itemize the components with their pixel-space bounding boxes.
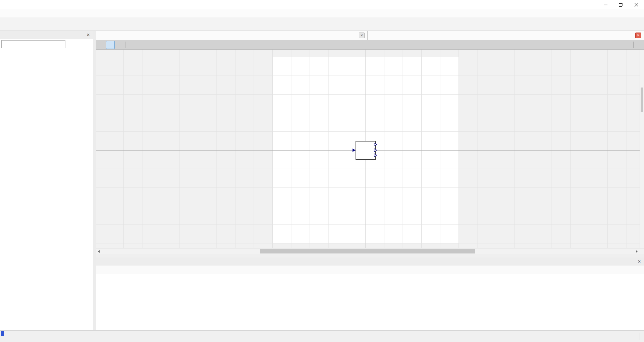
horizontal-scrollbar-thumb[interactable] — [260, 249, 475, 253]
titlebar — [0, 0, 644, 9]
restore-button[interactable] — [613, 0, 629, 9]
scroll-left-icon[interactable] — [96, 248, 102, 254]
close-button[interactable] — [629, 0, 644, 9]
horizontal-scrollbar[interactable] — [96, 248, 644, 254]
close-panel-icon[interactable]: ✕ — [86, 32, 91, 38]
view-mode-button[interactable] — [137, 41, 143, 49]
libraries-browser-panel: ✕ — [0, 31, 93, 330]
output-port-1-icon[interactable] — [374, 142, 378, 147]
app-logo-icon — [3, 1, 9, 8]
separator — [633, 42, 634, 48]
main-area: ✕ ✕ — [0, 31, 644, 330]
separator — [125, 42, 125, 48]
float-messages-icon[interactable] — [629, 259, 634, 264]
messages-tabs — [96, 266, 644, 274]
vertical-scrollbar-thumb[interactable] — [641, 88, 643, 112]
libraries-browser-header: ✕ — [0, 31, 93, 39]
messages-browser-panel: ✕ — [96, 258, 644, 330]
statusbar — [0, 330, 644, 342]
separator — [640, 333, 640, 340]
collapse-all-icon[interactable] — [67, 41, 74, 48]
window-controls — [598, 0, 644, 9]
tab-model[interactable]: ✕ — [96, 31, 368, 40]
input-port-icon[interactable] — [352, 148, 356, 152]
workspace: ✕ ✕ — [96, 31, 644, 330]
menubar — [0, 9, 644, 17]
tab-root[interactable]: ✕ — [368, 31, 644, 40]
text-view-button[interactable] — [115, 41, 123, 49]
minimize-button[interactable] — [598, 0, 613, 9]
close-messages-icon[interactable]: ✕ — [637, 259, 642, 264]
canvas-wrap — [96, 50, 644, 248]
float-panel-icon[interactable] — [77, 32, 83, 38]
component-dualmassoscillator[interactable] — [356, 141, 376, 160]
separator — [135, 42, 135, 48]
vertical-scrollbar[interactable] — [640, 50, 644, 248]
lock-open-icon[interactable] — [635, 42, 642, 48]
diagram-canvas[interactable] — [96, 50, 640, 248]
mdi-tabbar: ✕ ✕ — [96, 31, 644, 40]
icon-view-button[interactable] — [97, 41, 106, 49]
messages-splitter[interactable] — [96, 254, 644, 258]
filter-row — [0, 39, 93, 50]
messages-browser-header: ✕ — [96, 258, 644, 266]
main-toolbar — [0, 17, 644, 31]
root-tab-close-icon[interactable]: ✕ — [635, 33, 641, 38]
scroll-to-active-icon[interactable] — [84, 41, 92, 48]
root-tab-icon — [370, 33, 376, 39]
output-port-3-icon[interactable] — [374, 153, 378, 157]
libraries-root-label — [0, 51, 93, 59]
libraries-tree — [0, 50, 93, 330]
filter-classes-input[interactable] — [1, 40, 65, 48]
scroll-right-icon[interactable] — [634, 248, 640, 254]
output-port-2-icon[interactable] — [374, 148, 378, 152]
omedit-window: ✕ ✕ — [0, 0, 644, 342]
writable-button[interactable] — [127, 41, 133, 49]
diagram-view-button[interactable] — [106, 41, 115, 49]
model-subtoolbar — [96, 40, 644, 50]
model-tab-icon — [99, 33, 105, 39]
panel-splitter[interactable] — [93, 31, 96, 330]
model-tab-close-icon[interactable]: ✕ — [359, 33, 365, 38]
expand-all-icon[interactable] — [75, 41, 83, 48]
progress-indicator — [1, 331, 4, 336]
messages-content — [96, 274, 644, 330]
